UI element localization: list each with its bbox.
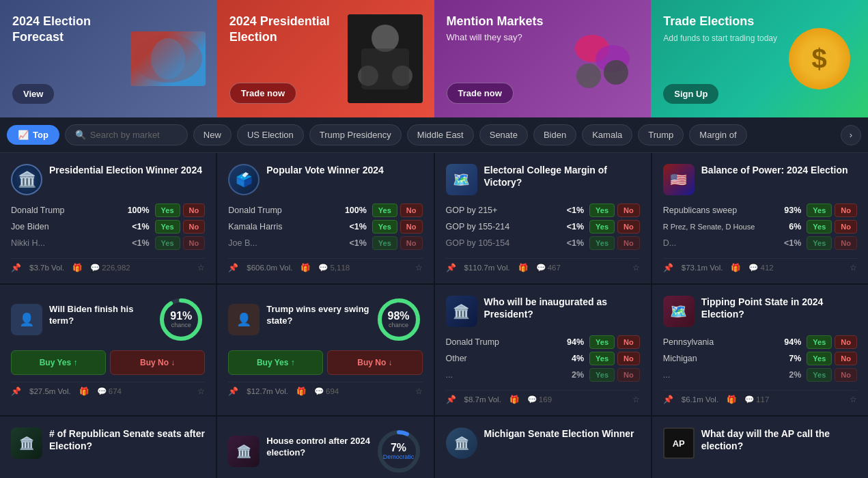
market-title-inaug[interactable]: Who will be inaugurated as President? bbox=[484, 296, 640, 320]
no-btn[interactable]: No bbox=[617, 236, 640, 250]
yes-btn[interactable]: Yes bbox=[589, 220, 615, 234]
buy-yes-btn[interactable]: Buy Yes ↑ bbox=[11, 350, 106, 375]
circle-progress-trump: 98% chance bbox=[375, 296, 423, 343]
no-btn[interactable]: No bbox=[835, 352, 857, 365]
option-row: Michigan 7% Yes No bbox=[663, 350, 857, 367]
no-btn[interactable]: No bbox=[183, 236, 206, 250]
market-title-balance[interactable]: Balance of Power: 2024 Election bbox=[701, 164, 848, 176]
star-icon[interactable]: ☆ bbox=[197, 386, 205, 396]
market-title-tipping[interactable]: Tipping Point State in 2024 Election? bbox=[701, 296, 857, 320]
pin-icon: 📌 bbox=[446, 263, 456, 272]
market-title-biden[interactable]: Will Biden finish his term? bbox=[49, 304, 157, 327]
yes-btn[interactable]: Yes bbox=[372, 236, 397, 250]
market-header: AP What day will the AP call the electio… bbox=[663, 427, 857, 459]
star-icon[interactable]: ☆ bbox=[850, 395, 857, 404]
no-btn[interactable]: No bbox=[617, 220, 640, 234]
option-row: Joe Biden <1% Yes No bbox=[11, 219, 205, 235]
top-filter-btn[interactable]: 📈 Top bbox=[7, 125, 59, 145]
market-title-electoral[interactable]: Electoral College Margin of Victory? bbox=[484, 164, 640, 188]
market-title-michigan[interactable]: Michigan Senate Election Winner bbox=[484, 427, 634, 440]
yes-btn[interactable]: Yes bbox=[589, 368, 615, 382]
market-icon-inaug: 🏛️ bbox=[446, 296, 477, 327]
chip-middle-east[interactable]: Middle East bbox=[407, 124, 474, 145]
star-icon[interactable]: ☆ bbox=[632, 395, 640, 404]
yes-btn[interactable]: Yes bbox=[589, 203, 615, 217]
star-icon[interactable]: ☆ bbox=[415, 386, 423, 396]
yes-btn[interactable]: Yes bbox=[589, 352, 615, 365]
yes-btn[interactable]: Yes bbox=[372, 203, 397, 217]
market-icon-biden: 👤 bbox=[11, 304, 42, 335]
yes-btn[interactable]: Yes bbox=[807, 352, 832, 365]
svg-rect-6 bbox=[361, 48, 409, 89]
banner-forecast-btn[interactable]: View bbox=[12, 84, 54, 104]
comment-count: 💬 412 bbox=[748, 263, 773, 272]
no-btn[interactable]: No bbox=[617, 203, 640, 217]
no-btn[interactable]: No bbox=[617, 368, 640, 382]
market-title-presidential[interactable]: Presidential Election Winner 2024 bbox=[49, 164, 202, 176]
star-icon[interactable]: ☆ bbox=[415, 263, 423, 272]
option-row: ... 2% Yes No bbox=[663, 367, 857, 383]
chip-us-election[interactable]: US Election bbox=[237, 124, 304, 145]
no-btn[interactable]: No bbox=[183, 203, 206, 217]
banner-forecast-title: 2024 Election Forecast bbox=[12, 14, 128, 46]
banner-election-btn[interactable]: Trade now bbox=[229, 83, 296, 104]
chip-trump[interactable]: Trump bbox=[638, 124, 684, 145]
buy-no-btn[interactable]: Buy No ↓ bbox=[110, 350, 205, 375]
banner-trade-btn[interactable]: Sign Up bbox=[663, 84, 718, 104]
yes-btn[interactable]: Yes bbox=[155, 220, 180, 234]
card-footer: 📌 $27.5m Vol. 🎁 💬 674 ☆ bbox=[11, 382, 205, 396]
no-btn[interactable]: No bbox=[183, 220, 206, 234]
gift-icon: 🎁 bbox=[731, 263, 740, 272]
market-title-ap[interactable]: What day will the AP call the election? bbox=[701, 427, 857, 452]
no-btn[interactable]: No bbox=[835, 236, 857, 250]
no-btn[interactable]: No bbox=[400, 220, 423, 234]
yes-btn[interactable]: Yes bbox=[155, 203, 180, 217]
no-btn[interactable]: No bbox=[835, 220, 857, 234]
search-bar[interactable]: 🔍 Search by market bbox=[65, 124, 188, 145]
banner-forecast: 2024 Election Forecast View bbox=[0, 0, 217, 117]
no-btn[interactable]: No bbox=[400, 236, 423, 250]
scroll-right-arrow[interactable]: › bbox=[841, 125, 861, 145]
no-btn[interactable]: No bbox=[835, 335, 857, 349]
yes-btn[interactable]: Yes bbox=[807, 203, 832, 217]
market-title-trump-swing[interactable]: Trump wins every swing state? bbox=[266, 304, 374, 327]
chip-senate[interactable]: Senate bbox=[479, 124, 528, 145]
market-title-house[interactable]: House control after 2024 election? bbox=[266, 436, 374, 459]
chip-trump-presidency[interactable]: Trump Presidency bbox=[309, 124, 402, 145]
chip-margin[interactable]: Margin of bbox=[689, 124, 746, 145]
chip-kamala[interactable]: Kamala bbox=[582, 124, 632, 145]
yes-btn[interactable]: Yes bbox=[807, 368, 832, 382]
top-label: Top bbox=[33, 130, 48, 140]
no-btn[interactable]: No bbox=[617, 335, 640, 349]
yes-btn[interactable]: Yes bbox=[807, 220, 832, 234]
market-title-senate[interactable]: # of Republican Senate seats after Elect… bbox=[49, 427, 205, 452]
yes-btn[interactable]: Yes bbox=[155, 236, 180, 250]
circle-pct: 98% bbox=[387, 311, 409, 322]
market-header: 🏛️ # of Republican Senate seats after El… bbox=[11, 427, 205, 459]
market-title-popular[interactable]: Popular Vote Winner 2024 bbox=[266, 164, 384, 176]
star-icon[interactable]: ☆ bbox=[850, 263, 857, 272]
banner-mention-btn[interactable]: Trade now bbox=[447, 83, 514, 104]
circle-label: chance bbox=[387, 322, 409, 328]
no-btn[interactable]: No bbox=[400, 203, 423, 217]
yes-btn[interactable]: Yes bbox=[807, 335, 832, 349]
no-btn[interactable]: No bbox=[835, 368, 857, 382]
buy-yes-btn[interactable]: Buy Yes ↑ bbox=[228, 350, 323, 375]
card-footer: 📌 $73.1m Vol. 🎁 💬 412 ☆ bbox=[663, 258, 857, 272]
chip-biden[interactable]: Biden bbox=[533, 124, 576, 145]
banner-election-image bbox=[337, 0, 434, 117]
buy-no-btn[interactable]: Buy No ↓ bbox=[327, 350, 422, 375]
market-icon-vote: 🗳️ bbox=[228, 164, 260, 195]
yes-btn[interactable]: Yes bbox=[589, 236, 615, 250]
star-icon[interactable]: ☆ bbox=[197, 263, 205, 272]
no-btn[interactable]: No bbox=[835, 203, 857, 217]
circle-progress-house: 7% Democratic bbox=[375, 427, 423, 475]
market-card-popular-vote: 🗳️ Popular Vote Winner 2024 Donald Trump… bbox=[217, 153, 433, 283]
chip-new[interactable]: New bbox=[193, 124, 232, 145]
banner-trade-title: Trade Elections bbox=[663, 14, 779, 29]
yes-btn[interactable]: Yes bbox=[807, 236, 832, 250]
star-icon[interactable]: ☆ bbox=[632, 263, 640, 272]
yes-btn[interactable]: Yes bbox=[372, 220, 397, 234]
no-btn[interactable]: No bbox=[617, 352, 640, 365]
yes-btn[interactable]: Yes bbox=[589, 335, 615, 349]
